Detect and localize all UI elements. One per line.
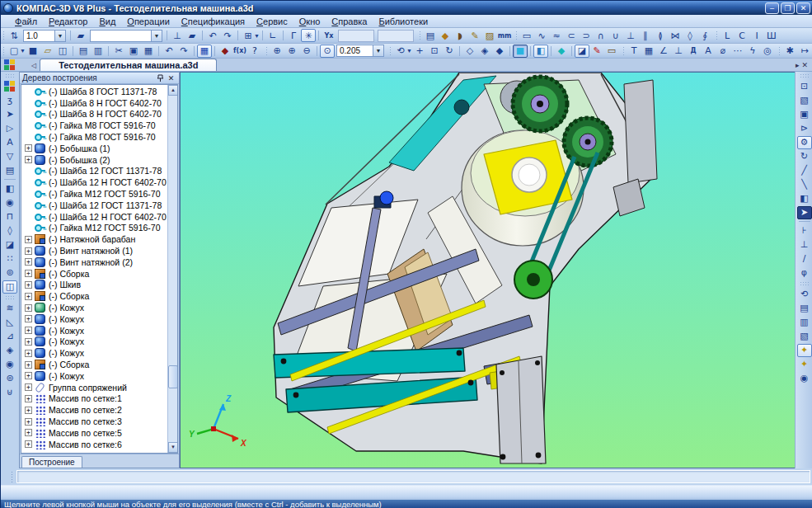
menu-сервис[interactable]: Сервис bbox=[251, 16, 293, 27]
simplified-icon[interactable]: ◪ bbox=[575, 45, 589, 58]
toolbar-grip[interactable] bbox=[5, 73, 15, 78]
rotate-view-icon[interactable]: ↻ bbox=[442, 45, 457, 58]
zoom-in-icon[interactable]: ⊕ bbox=[284, 45, 299, 58]
kinematic-surface-icon[interactable]: ⊥ bbox=[623, 29, 638, 42]
extrusion-surface-icon[interactable]: ∩ bbox=[594, 29, 608, 42]
menu-редактор[interactable]: Редактор bbox=[43, 16, 93, 27]
tree-item[interactable]: (-) Шайба 8 Н ГОСТ 6402-70 bbox=[21, 109, 167, 120]
expand-icon[interactable]: + bbox=[25, 383, 32, 391]
tree-item[interactable]: +(-) Натяжной барабан bbox=[21, 233, 167, 245]
select-icon[interactable]: ➤ bbox=[2, 108, 17, 121]
tree-close-icon[interactable]: ✕ bbox=[166, 73, 176, 83]
tree-item[interactable]: +(-) Бобышка (1) bbox=[21, 143, 167, 154]
tree-item[interactable]: (-) Шайба 12 Н ГОСТ 6402-70 bbox=[21, 211, 167, 223]
menu-справка[interactable]: Справка bbox=[326, 16, 373, 27]
spline3d-icon[interactable]: ⊂ bbox=[564, 29, 579, 42]
surface-import-icon[interactable]: ⊃ bbox=[579, 29, 594, 42]
spotlight-icon[interactable]: ✦ bbox=[797, 358, 812, 371]
tree-item[interactable]: +(-) Сборка bbox=[21, 359, 167, 370]
cyl-spiral-icon[interactable]: ▭ bbox=[519, 29, 534, 42]
state-combo[interactable]: ▼ bbox=[90, 30, 162, 42]
minimize-button[interactable]: ‒ bbox=[765, 2, 779, 14]
zoom-inout-icon[interactable]: ▧ bbox=[797, 94, 812, 107]
pattern-icon[interactable]: ∷ bbox=[2, 252, 17, 266]
viewport-3d[interactable]: Z X Y bbox=[180, 72, 796, 468]
target-icon[interactable]: ◎ bbox=[760, 45, 775, 58]
expand-icon[interactable]: + bbox=[25, 304, 32, 312]
check-length-icon[interactable]: ⊦ bbox=[797, 224, 812, 238]
far-plane-icon[interactable]: ╲ bbox=[797, 178, 812, 191]
helix-icon[interactable]: ∮ bbox=[697, 29, 712, 42]
dots-icon[interactable]: ⋯ bbox=[730, 45, 745, 58]
expand-icon[interactable]: + bbox=[25, 258, 32, 266]
units-mm-icon[interactable]: mm bbox=[497, 29, 512, 42]
axis-2pt-icon[interactable]: ⋈ bbox=[668, 29, 683, 42]
standard-parts-icon[interactable] bbox=[2, 80, 17, 93]
no-hidden-icon[interactable]: ◆ bbox=[492, 45, 507, 58]
expand-icon[interactable]: + bbox=[25, 429, 32, 436]
tree-item[interactable]: +(-) Бобышка (2) bbox=[21, 154, 167, 166]
layers-icon[interactable]: ▰ bbox=[73, 29, 88, 42]
tree-item[interactable]: +Массив по сетке:6 bbox=[21, 439, 167, 450]
condition-icon[interactable]: ✱ bbox=[782, 45, 797, 58]
undo-icon[interactable]: ↶ bbox=[162, 45, 176, 58]
lightning-icon[interactable]: ϟ bbox=[745, 45, 760, 58]
expand-icon[interactable]: + bbox=[25, 407, 32, 414]
aux-dim-icon[interactable]: ⊥ bbox=[671, 45, 686, 58]
perspective-globe-icon[interactable]: ◉ bbox=[797, 372, 812, 385]
panel-grip[interactable] bbox=[11, 471, 14, 482]
select-pointer-icon[interactable]: ➤ bbox=[797, 206, 812, 219]
variables-icon[interactable]: ▦ bbox=[197, 45, 212, 58]
open-icon[interactable]: ▱ bbox=[40, 45, 55, 58]
diameter-dim-icon[interactable]: ⌀ bbox=[716, 45, 730, 58]
measure-icon[interactable]: A bbox=[2, 136, 17, 149]
rotate-part-icon[interactable]: ⟲ bbox=[797, 288, 812, 301]
clip-plane-icon[interactable]: ▥ bbox=[797, 316, 812, 329]
preview-icon[interactable]: ▥ bbox=[91, 45, 106, 58]
coord-x-field[interactable] bbox=[338, 30, 374, 42]
tree-item[interactable]: +(-) Кожух bbox=[21, 325, 167, 336]
local-cs-icon[interactable]: ∟ bbox=[265, 29, 280, 42]
orbit-icon[interactable]: ↻ bbox=[797, 150, 812, 163]
tab-scroll-right-icon[interactable]: ▸ bbox=[796, 61, 800, 69]
settings-gear-icon[interactable]: ⚙ bbox=[797, 136, 812, 149]
fillet-icon[interactable]: ◉ bbox=[2, 358, 17, 371]
catalog-icon[interactable]: ◆ bbox=[438, 29, 453, 42]
zoom-in-frame-icon[interactable]: ⊕ bbox=[270, 45, 284, 58]
section-box-icon[interactable]: ▤ bbox=[797, 302, 812, 315]
expand-icon[interactable]: + bbox=[25, 338, 32, 346]
tree-item[interactable]: (-) Шайба 12 ГОСТ 11371-78 bbox=[21, 200, 167, 211]
expand-icon[interactable]: + bbox=[25, 372, 32, 379]
kinematic-icon[interactable]: ⊓ bbox=[2, 210, 17, 223]
slant-icon[interactable]: ⊿ bbox=[2, 330, 17, 343]
tree-item[interactable]: +(-) Сборка bbox=[21, 268, 167, 280]
distance-icon[interactable]: ↦ bbox=[797, 45, 812, 58]
menu-операции[interactable]: Операции bbox=[121, 16, 175, 27]
select-secondary-icon[interactable]: ▷ bbox=[2, 122, 17, 135]
state-combo-dropdown-icon[interactable]: ▼ bbox=[151, 31, 162, 41]
new-sheet-icon[interactable]: ■ bbox=[26, 45, 40, 58]
marker-icon[interactable]: ◆ bbox=[218, 45, 232, 58]
hole-icon[interactable]: ⊚ bbox=[2, 266, 17, 280]
toolbar-grip[interactable] bbox=[800, 281, 810, 285]
rotation-surface-icon[interactable]: ∪ bbox=[608, 29, 623, 42]
chamfer-icon[interactable]: ◺ bbox=[2, 316, 17, 329]
tree-item[interactable]: (-) Гайка М12 ГОСТ 5916-70 bbox=[21, 223, 167, 234]
show-all-icon[interactable]: ⊡ bbox=[427, 45, 442, 58]
zoom-select-icon[interactable]: ⊙ bbox=[320, 45, 335, 58]
scale-combo-dropdown-icon[interactable]: ▼ bbox=[54, 31, 65, 41]
point3d-icon[interactable]: ◊ bbox=[683, 29, 697, 42]
projection-view-icon[interactable]: ▧ bbox=[797, 330, 812, 343]
revolve-icon[interactable]: ◉ bbox=[2, 196, 17, 209]
paste-icon[interactable]: ▦ bbox=[141, 45, 156, 58]
fit-all-icon[interactable]: ▣ bbox=[797, 108, 812, 121]
zoom-combo-dropdown-icon[interactable]: ▼ bbox=[373, 45, 383, 56]
tree-item[interactable]: +Группа сопряжений bbox=[21, 382, 167, 393]
tab-close-icon[interactable]: ✕ bbox=[801, 61, 808, 69]
tree-item[interactable]: (-) Гайка М8 ГОСТ 5916-70 bbox=[21, 131, 167, 143]
report-icon[interactable]: ▤ bbox=[2, 164, 17, 177]
cut-extrude-icon[interactable]: ◪ bbox=[2, 238, 17, 252]
ortho-icon[interactable]: Γ bbox=[286, 29, 301, 42]
expand-icon[interactable]: + bbox=[25, 293, 32, 300]
tree-item[interactable]: (-) Шайба 12 Н ГОСТ 6402-70 bbox=[21, 176, 167, 188]
